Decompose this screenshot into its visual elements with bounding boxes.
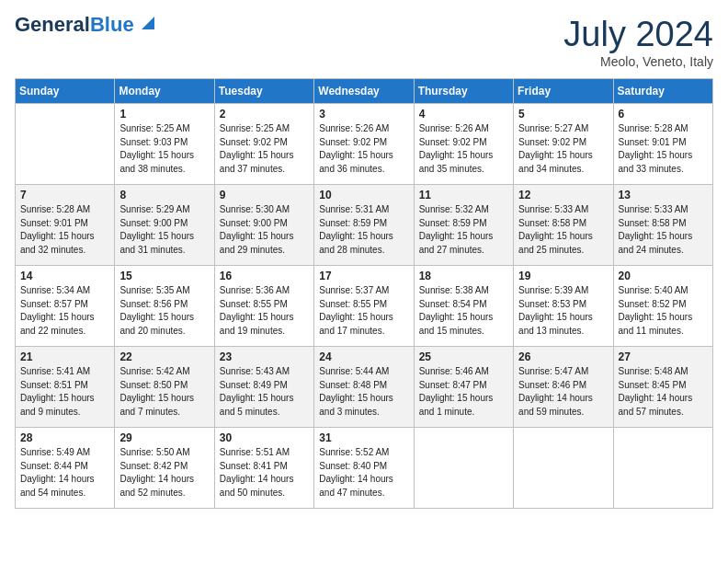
calendar-cell: 10Sunrise: 5:31 AM Sunset: 8:59 PM Dayli… xyxy=(314,185,414,266)
day-number: 10 xyxy=(319,189,408,201)
day-number: 15 xyxy=(119,270,209,282)
weekday-header-sunday: Sunday xyxy=(16,79,115,104)
day-number: 5 xyxy=(518,108,608,121)
calendar-cell: 15Sunrise: 5:35 AM Sunset: 8:56 PM Dayli… xyxy=(115,266,214,347)
day-info: Sunrise: 5:26 AM Sunset: 9:02 PM Dayligh… xyxy=(319,122,408,176)
week-row-5: 28Sunrise: 5:49 AM Sunset: 8:44 PM Dayli… xyxy=(16,428,713,509)
calendar-header: SundayMondayTuesdayWednesdayThursdayFrid… xyxy=(16,79,713,104)
day-info: Sunrise: 5:33 AM Sunset: 8:58 PM Dayligh… xyxy=(518,203,608,257)
week-row-2: 7Sunrise: 5:28 AM Sunset: 9:01 PM Daylig… xyxy=(16,185,713,266)
week-row-3: 14Sunrise: 5:34 AM Sunset: 8:57 PM Dayli… xyxy=(16,266,713,347)
calendar-cell: 5Sunrise: 5:27 AM Sunset: 9:02 PM Daylig… xyxy=(514,104,613,185)
calendar-cell: 20Sunrise: 5:40 AM Sunset: 8:52 PM Dayli… xyxy=(613,266,712,347)
logo-text: GeneralBlue xyxy=(15,15,134,35)
day-info: Sunrise: 5:25 AM Sunset: 9:02 PM Dayligh… xyxy=(220,122,309,176)
weekday-header-monday: Monday xyxy=(115,79,214,104)
day-info: Sunrise: 5:35 AM Sunset: 8:56 PM Dayligh… xyxy=(119,284,209,338)
day-info: Sunrise: 5:29 AM Sunset: 9:00 PM Dayligh… xyxy=(119,203,209,257)
day-number: 12 xyxy=(518,189,608,201)
day-number: 25 xyxy=(419,350,508,363)
day-info: Sunrise: 5:36 AM Sunset: 8:55 PM Dayligh… xyxy=(220,284,309,338)
calendar-cell: 21Sunrise: 5:41 AM Sunset: 8:51 PM Dayli… xyxy=(16,347,115,428)
calendar-cell xyxy=(514,428,613,509)
day-number: 1 xyxy=(119,108,209,121)
day-number: 22 xyxy=(119,350,209,363)
title-block: July 2024 Meolo, Veneto, Italy xyxy=(563,15,713,69)
calendar-cell: 16Sunrise: 5:36 AM Sunset: 8:55 PM Dayli… xyxy=(214,266,313,347)
day-info: Sunrise: 5:49 AM Sunset: 8:44 PM Dayligh… xyxy=(20,446,109,500)
logo-icon xyxy=(136,13,156,33)
day-number: 23 xyxy=(220,350,309,363)
calendar-cell: 11Sunrise: 5:32 AM Sunset: 8:59 PM Dayli… xyxy=(414,185,513,266)
day-info: Sunrise: 5:52 AM Sunset: 8:40 PM Dayligh… xyxy=(319,446,408,500)
calendar-cell: 9Sunrise: 5:30 AM Sunset: 9:00 PM Daylig… xyxy=(214,185,313,266)
day-info: Sunrise: 5:34 AM Sunset: 8:57 PM Dayligh… xyxy=(20,284,109,338)
day-info: Sunrise: 5:44 AM Sunset: 8:48 PM Dayligh… xyxy=(319,365,408,419)
calendar-cell xyxy=(613,428,712,509)
calendar-cell: 4Sunrise: 5:26 AM Sunset: 9:02 PM Daylig… xyxy=(414,104,513,185)
day-number: 19 xyxy=(518,270,608,282)
calendar-cell: 6Sunrise: 5:28 AM Sunset: 9:01 PM Daylig… xyxy=(613,104,712,185)
day-info: Sunrise: 5:46 AM Sunset: 8:47 PM Dayligh… xyxy=(419,365,508,419)
calendar-cell: 2Sunrise: 5:25 AM Sunset: 9:02 PM Daylig… xyxy=(214,104,313,185)
calendar-cell: 24Sunrise: 5:44 AM Sunset: 8:48 PM Dayli… xyxy=(314,347,414,428)
day-number: 17 xyxy=(319,270,408,282)
day-number: 7 xyxy=(20,189,109,201)
day-number: 29 xyxy=(119,431,209,444)
day-info: Sunrise: 5:31 AM Sunset: 8:59 PM Dayligh… xyxy=(319,203,408,257)
weekday-header-wednesday: Wednesday xyxy=(314,79,414,104)
day-info: Sunrise: 5:28 AM Sunset: 9:01 PM Dayligh… xyxy=(20,203,109,257)
calendar-cell xyxy=(16,104,115,185)
calendar-cell: 12Sunrise: 5:33 AM Sunset: 8:58 PM Dayli… xyxy=(514,185,613,266)
calendar-cell: 1Sunrise: 5:25 AM Sunset: 9:03 PM Daylig… xyxy=(115,104,214,185)
calendar-body: 1Sunrise: 5:25 AM Sunset: 9:03 PM Daylig… xyxy=(16,104,713,509)
day-info: Sunrise: 5:51 AM Sunset: 8:41 PM Dayligh… xyxy=(220,446,309,500)
day-info: Sunrise: 5:48 AM Sunset: 8:45 PM Dayligh… xyxy=(619,365,708,419)
location-subtitle: Meolo, Veneto, Italy xyxy=(563,54,713,69)
logo: GeneralBlue xyxy=(15,15,156,35)
header: GeneralBlue July 2024 Meolo, Veneto, Ita… xyxy=(15,15,713,69)
day-number: 18 xyxy=(419,270,508,282)
calendar-cell: 27Sunrise: 5:48 AM Sunset: 8:45 PM Dayli… xyxy=(613,347,712,428)
day-info: Sunrise: 5:43 AM Sunset: 8:49 PM Dayligh… xyxy=(220,365,309,419)
day-info: Sunrise: 5:42 AM Sunset: 8:50 PM Dayligh… xyxy=(119,365,209,419)
calendar-cell: 28Sunrise: 5:49 AM Sunset: 8:44 PM Dayli… xyxy=(16,428,115,509)
calendar-cell: 31Sunrise: 5:52 AM Sunset: 8:40 PM Dayli… xyxy=(314,428,414,509)
month-title: July 2024 xyxy=(563,15,713,54)
day-info: Sunrise: 5:26 AM Sunset: 9:02 PM Dayligh… xyxy=(419,122,508,176)
calendar-cell: 14Sunrise: 5:34 AM Sunset: 8:57 PM Dayli… xyxy=(16,266,115,347)
calendar-cell: 13Sunrise: 5:33 AM Sunset: 8:58 PM Dayli… xyxy=(613,185,712,266)
calendar-cell: 26Sunrise: 5:47 AM Sunset: 8:46 PM Dayli… xyxy=(514,347,613,428)
calendar-cell: 7Sunrise: 5:28 AM Sunset: 9:01 PM Daylig… xyxy=(16,185,115,266)
day-info: Sunrise: 5:47 AM Sunset: 8:46 PM Dayligh… xyxy=(518,365,608,419)
calendar-cell: 23Sunrise: 5:43 AM Sunset: 8:49 PM Dayli… xyxy=(214,347,313,428)
calendar-cell: 19Sunrise: 5:39 AM Sunset: 8:53 PM Dayli… xyxy=(514,266,613,347)
calendar-cell: 18Sunrise: 5:38 AM Sunset: 8:54 PM Dayli… xyxy=(414,266,513,347)
day-number: 24 xyxy=(319,350,408,363)
calendar-cell: 25Sunrise: 5:46 AM Sunset: 8:47 PM Dayli… xyxy=(414,347,513,428)
weekday-header-row: SundayMondayTuesdayWednesdayThursdayFrid… xyxy=(16,79,713,104)
weekday-header-saturday: Saturday xyxy=(613,79,712,104)
day-info: Sunrise: 5:41 AM Sunset: 8:51 PM Dayligh… xyxy=(20,365,109,419)
day-number: 11 xyxy=(419,189,508,201)
week-row-1: 1Sunrise: 5:25 AM Sunset: 9:03 PM Daylig… xyxy=(16,104,713,185)
day-info: Sunrise: 5:39 AM Sunset: 8:53 PM Dayligh… xyxy=(518,284,608,338)
day-info: Sunrise: 5:38 AM Sunset: 8:54 PM Dayligh… xyxy=(419,284,508,338)
day-info: Sunrise: 5:30 AM Sunset: 9:00 PM Dayligh… xyxy=(220,203,309,257)
day-number: 13 xyxy=(619,189,708,201)
day-info: Sunrise: 5:25 AM Sunset: 9:03 PM Dayligh… xyxy=(119,122,209,176)
day-number: 2 xyxy=(220,108,309,121)
weekday-header-friday: Friday xyxy=(514,79,613,104)
calendar-cell: 8Sunrise: 5:29 AM Sunset: 9:00 PM Daylig… xyxy=(115,185,214,266)
day-number: 16 xyxy=(220,270,309,282)
day-info: Sunrise: 5:28 AM Sunset: 9:01 PM Dayligh… xyxy=(619,122,708,176)
day-number: 31 xyxy=(319,431,408,444)
day-number: 28 xyxy=(20,431,109,444)
week-row-4: 21Sunrise: 5:41 AM Sunset: 8:51 PM Dayli… xyxy=(16,347,713,428)
day-info: Sunrise: 5:37 AM Sunset: 8:55 PM Dayligh… xyxy=(319,284,408,338)
calendar-table: SundayMondayTuesdayWednesdayThursdayFrid… xyxy=(15,78,713,509)
day-info: Sunrise: 5:50 AM Sunset: 8:42 PM Dayligh… xyxy=(119,446,209,500)
day-number: 14 xyxy=(20,270,109,282)
calendar-container: GeneralBlue July 2024 Meolo, Veneto, Ita… xyxy=(0,0,728,518)
calendar-cell xyxy=(414,428,513,509)
